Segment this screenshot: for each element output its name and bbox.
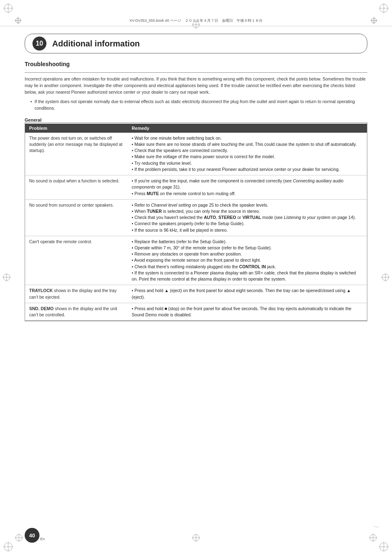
corner-reg-tl (3, 3, 13, 13)
top-reg-center (192, 21, 200, 30)
problem-cell: SND. DEMO shows in the display and the u… (25, 303, 128, 320)
intro-text: Incorrect operations are often mistaken … (25, 76, 367, 95)
side-reg-right (381, 273, 390, 282)
bold-text: STEREO (219, 215, 236, 220)
italic-text: Channel level setting (151, 203, 191, 207)
table-row: TRAYLOCK shows in the display and the tr… (25, 285, 367, 303)
table-row: The power does not turn on, or switches … (25, 133, 367, 175)
side-reg-left (2, 273, 11, 282)
main-content: Troubleshooting Incorrect operations are… (25, 61, 367, 321)
bold-text: MUTE (147, 191, 159, 196)
remedy-cell: • Refer to Channel level setting on page… (128, 199, 367, 236)
general-section: General Problem Remedy The power does no… (25, 117, 367, 321)
logo-mark-br: ~ (374, 522, 379, 532)
italic-text: Listening to your system (284, 215, 330, 220)
table-row: SND. DEMO shows in the display and the u… (25, 303, 367, 320)
remedy-cell: • Replace the batteries (refer to the Se… (128, 236, 367, 285)
corner-reg-tr (379, 3, 389, 13)
bold-text: TUNER (147, 209, 162, 214)
remedy-cell: • If you're using the line input, make s… (128, 175, 367, 200)
bottom-reg-left (15, 534, 23, 543)
troubleshooting-section: Troubleshooting Incorrect operations are… (25, 61, 367, 112)
chapter-header: 10 Additional information (25, 34, 367, 53)
section-divider (25, 72, 367, 73)
table-row: Can't operate the remote control. • Repl… (25, 236, 367, 285)
page-number: 40 (25, 528, 39, 543)
corner-reg-bl (3, 542, 13, 552)
trouble-table-wrapper: Problem Remedy The power does not turn o… (25, 122, 367, 321)
page-lang: En (40, 537, 45, 541)
bold-text: TRAYLOCK (29, 288, 53, 293)
header-reg-right (371, 17, 377, 25)
remedy-cell: • Press and hold ■ (stop) on the front p… (128, 303, 367, 320)
col-remedy-header: Remedy (128, 124, 367, 133)
problem-cell: Can't operate the remote control. (25, 236, 128, 285)
chapter-number: 10 (32, 37, 46, 51)
bullet-item: If the system does not operate normally … (30, 99, 367, 112)
remedy-cell: • Press and hold ▲ (eject) on the front … (128, 285, 367, 303)
table-row: No sound from surround or center speaker… (25, 199, 367, 236)
trouble-table: Problem Remedy The power does not turn o… (25, 124, 367, 321)
header-reg-left (15, 17, 21, 25)
italic-text: Connecting auxiliary audio components (132, 178, 344, 189)
problem-cell: The power does not turn on, or switches … (25, 133, 128, 175)
bold-text: AUTO (204, 215, 216, 220)
section-title: Troubleshooting (25, 61, 367, 68)
bottom-reg-center (192, 534, 200, 543)
subsection-title: General (25, 117, 367, 122)
chapter-title: Additional information (52, 39, 140, 48)
table-row: No sound is output when a function is se… (25, 175, 367, 200)
bottom-reg-right (369, 534, 377, 543)
corner-reg-br (379, 542, 389, 552)
problem-cell: No sound from surround or center speaker… (25, 199, 128, 236)
problem-cell: TRAYLOCK shows in the display and the tr… (25, 285, 128, 303)
problem-cell: No sound is output when a function is se… (25, 175, 128, 200)
bold-text: CONTROL IN (239, 264, 266, 269)
remedy-cell: • Wait for one minute before switching b… (128, 133, 367, 175)
bold-text: VIRTUAL (242, 215, 261, 220)
remedy-bullet: • Wait for one minute before switching b… (132, 136, 357, 172)
bold-text: SND. DEMO (29, 306, 54, 311)
col-problem-header: Problem (25, 124, 128, 133)
